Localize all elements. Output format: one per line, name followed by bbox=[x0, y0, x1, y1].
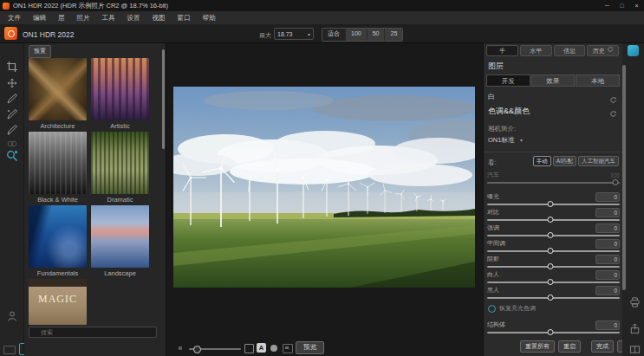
presets-tab[interactable]: 预置 bbox=[29, 45, 51, 58]
mask-view-icon[interactable] bbox=[270, 345, 277, 352]
slider-midtones-track[interactable] bbox=[487, 250, 620, 252]
browse-mode-icon[interactable] bbox=[3, 346, 16, 354]
slider-contrast-knob[interactable] bbox=[548, 217, 554, 223]
menu-item-7[interactable]: 窗口 bbox=[172, 11, 197, 24]
zoom-level-100-button[interactable]: 100 bbox=[345, 29, 367, 41]
slider-shadows-value[interactable]: 0 bbox=[595, 255, 620, 264]
preset-landscape-thumbnail[interactable] bbox=[91, 205, 149, 268]
maximize-button[interactable]: □ bbox=[615, 0, 629, 11]
done-button[interactable]: 完成 bbox=[591, 340, 614, 353]
slider-blacks-track[interactable] bbox=[487, 297, 620, 299]
recover-highlights-option[interactable]: 恢复亮光色调 bbox=[488, 304, 536, 313]
slider-blacks-knob[interactable] bbox=[548, 295, 554, 301]
menu-item-5[interactable]: 设置 bbox=[121, 11, 146, 24]
preset-dramatic[interactable]: Dramatic bbox=[91, 132, 149, 205]
masking-brush-tool-icon[interactable] bbox=[6, 93, 18, 105]
slider-highlights-knob[interactable] bbox=[548, 232, 554, 238]
soft-proof-icon[interactable] bbox=[283, 344, 293, 353]
reset-button[interactable]: 重启 bbox=[558, 340, 581, 353]
preset-dramatic-thumbnail[interactable] bbox=[91, 132, 149, 194]
photo-preview[interactable] bbox=[173, 87, 475, 288]
print-icon[interactable] bbox=[629, 295, 641, 311]
slider-auto-track[interactable] bbox=[487, 182, 620, 184]
slider-auto-knob[interactable] bbox=[613, 179, 619, 185]
menu-item-1[interactable]: 编辑 bbox=[27, 11, 52, 24]
preset-architecture[interactable]: Architecture bbox=[29, 58, 87, 132]
slider-whites-knob[interactable] bbox=[548, 279, 554, 285]
panel-tab-history[interactable]: 历史 bbox=[587, 45, 619, 56]
slider-structure-track[interactable] bbox=[487, 332, 620, 333]
user-account-icon[interactable] bbox=[6, 310, 18, 322]
mode-tab-local[interactable]: 本地 bbox=[576, 74, 620, 87]
radio-circle-icon[interactable] bbox=[488, 305, 496, 313]
preset-black-white[interactable]: Black & White bbox=[29, 132, 87, 205]
mode-tab-effects[interactable]: 效果 bbox=[531, 74, 576, 87]
menu-item-0[interactable]: 文件 bbox=[2, 11, 27, 24]
camera-profile-dropdown[interactable]: ON1标准 bbox=[488, 136, 514, 145]
zoom-level-25-button[interactable]: 25 bbox=[384, 29, 402, 41]
slider-whites-value[interactable]: 0 bbox=[595, 270, 620, 280]
menu-item-6[interactable]: 视图 bbox=[146, 11, 172, 24]
menu-item-3[interactable]: 照片 bbox=[71, 11, 96, 24]
slider-midtones-value[interactable]: 0 bbox=[595, 239, 620, 249]
preset-search-input[interactable] bbox=[29, 327, 157, 338]
panel-tab-info[interactable]: 信息 bbox=[554, 45, 586, 56]
local-adjust-brush-tool-icon[interactable] bbox=[6, 124, 18, 136]
extras-badge-icon[interactable] bbox=[628, 45, 639, 56]
reset-all-button[interactable]: 重置所有 bbox=[520, 340, 555, 353]
tone-mode-ai-match-button[interactable]: AI匹配 bbox=[553, 156, 576, 166]
close-button[interactable]: × bbox=[629, 0, 644, 11]
slider-contrast-value[interactable]: 0 bbox=[595, 208, 620, 217]
slider-shadows-knob[interactable] bbox=[548, 263, 554, 269]
panel-scrollbar[interactable] bbox=[622, 65, 626, 290]
slider-blacks-value[interactable]: 0 bbox=[595, 286, 620, 295]
preset-magic-card[interactable]: MAGIC bbox=[29, 279, 87, 325]
split-view-icon[interactable] bbox=[629, 343, 641, 356]
slider-midtones-knob[interactable] bbox=[548, 248, 554, 254]
zoom-level-50-button[interactable]: 50 bbox=[367, 29, 385, 41]
refine-brush-tool-icon[interactable] bbox=[6, 108, 18, 120]
crop-tool-icon[interactable] bbox=[6, 61, 18, 73]
preset-artistic[interactable]: Artistic bbox=[91, 58, 149, 132]
slider-exposure-value[interactable]: 0 bbox=[595, 192, 620, 202]
slider-highlights-value[interactable]: 0 bbox=[595, 223, 620, 233]
slider-exposure-knob[interactable] bbox=[548, 201, 554, 207]
mode-tab-develop[interactable]: 开发 bbox=[486, 74, 530, 87]
fit-button[interactable]: 适合 bbox=[322, 29, 345, 41]
preset-fundamentals[interactable]: Fundamentals bbox=[29, 205, 87, 279]
slider-highlights-track[interactable] bbox=[487, 235, 620, 236]
panel-tab-navigator[interactable]: 手 bbox=[486, 45, 518, 56]
canvas-area[interactable]: A 预览 bbox=[166, 43, 483, 356]
slider-whites-track[interactable] bbox=[487, 282, 620, 283]
export-icon[interactable] bbox=[629, 322, 641, 338]
slider-contrast-track[interactable] bbox=[487, 219, 620, 221]
preset-architecture-thumbnail[interactable] bbox=[29, 58, 87, 120]
zoom-out-icon[interactable] bbox=[179, 346, 182, 350]
view-zoom-tool-icon[interactable] bbox=[6, 150, 18, 162]
sync-link-tool-icon[interactable] bbox=[6, 138, 18, 150]
tone-mode-ai-auto-button[interactable]: 人工智能汽车 bbox=[578, 156, 619, 166]
slider-exposure-track[interactable] bbox=[487, 204, 620, 205]
menu-item-4[interactable]: 工具 bbox=[96, 11, 121, 24]
letter-a-view-icon[interactable]: A bbox=[257, 343, 266, 353]
preset-landscape[interactable]: Landscape bbox=[91, 205, 149, 279]
menu-item-8[interactable]: 帮助 bbox=[197, 11, 222, 24]
preview-button[interactable]: 预览 bbox=[296, 341, 324, 354]
panel-tab-levels[interactable]: 水平 bbox=[520, 45, 552, 56]
zoom-value-dropdown[interactable]: 18.73 ▾ bbox=[274, 28, 314, 40]
slider-structure-knob[interactable] bbox=[548, 329, 554, 335]
tone-mode-manual-button[interactable]: 手动 bbox=[533, 156, 551, 166]
canvas-zoom-knob[interactable] bbox=[193, 346, 201, 353]
menu-item-2[interactable]: 层 bbox=[52, 11, 71, 24]
preset-black-white-thumbnail[interactable] bbox=[29, 132, 87, 194]
presets-scrollbar[interactable] bbox=[162, 49, 165, 149]
minimize-button[interactable]: ─ bbox=[600, 0, 615, 11]
move-tool-icon[interactable] bbox=[6, 77, 18, 89]
preset-artistic-thumbnail[interactable] bbox=[91, 58, 149, 120]
preset-fundamentals-thumbnail[interactable] bbox=[29, 205, 87, 268]
canvas-zoom-slider[interactable] bbox=[189, 348, 241, 350]
section-reset-icon[interactable] bbox=[609, 106, 617, 121]
compare-view-icon[interactable] bbox=[244, 344, 254, 353]
slider-structure-value[interactable]: 0 bbox=[595, 320, 620, 330]
slider-shadows-track[interactable] bbox=[487, 266, 620, 268]
